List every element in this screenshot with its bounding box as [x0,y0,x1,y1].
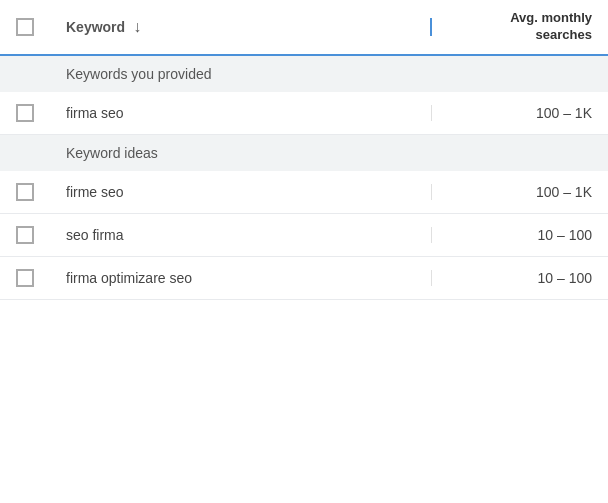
table-header: Keyword ↓ Avg. monthly searches [0,0,608,56]
header-checkbox-col [16,18,66,36]
row-searches: 10 – 100 [432,227,592,243]
table-row: seo firma 10 – 100 [0,214,608,257]
row-searches: 100 – 1K [432,184,592,200]
row-keyword: seo firma [66,227,432,243]
select-all-checkbox[interactable] [16,18,34,36]
section-header-ideas: Keyword ideas [0,135,608,171]
keyword-table: Keyword ↓ Avg. monthly searches Keywords… [0,0,608,300]
table-row: firma optimizare seo 10 – 100 [0,257,608,300]
row-checkbox-col [16,226,66,244]
searches-label-line2: searches [536,27,592,42]
searches-column-header: Avg. monthly searches [432,10,592,44]
sort-arrow-icon[interactable]: ↓ [133,18,141,36]
table-row: firma seo 100 – 1K [0,92,608,135]
row-checkbox[interactable] [16,104,34,122]
row-checkbox[interactable] [16,269,34,287]
row-checkbox[interactable] [16,226,34,244]
row-keyword: firma optimizare seo [66,270,432,286]
row-checkbox-col [16,183,66,201]
row-searches: 10 – 100 [432,270,592,286]
row-keyword: firme seo [66,184,432,200]
header-keyword-col: Keyword ↓ [66,18,432,36]
table-row: firme seo 100 – 1K [0,171,608,214]
keyword-column-header: Keyword [66,19,125,35]
searches-label-line1: Avg. monthly [510,10,592,25]
row-checkbox-col [16,104,66,122]
section-header-provided: Keywords you provided [0,56,608,92]
row-searches: 100 – 1K [432,105,592,121]
row-checkbox[interactable] [16,183,34,201]
row-checkbox-col [16,269,66,287]
row-keyword: firma seo [66,105,432,121]
